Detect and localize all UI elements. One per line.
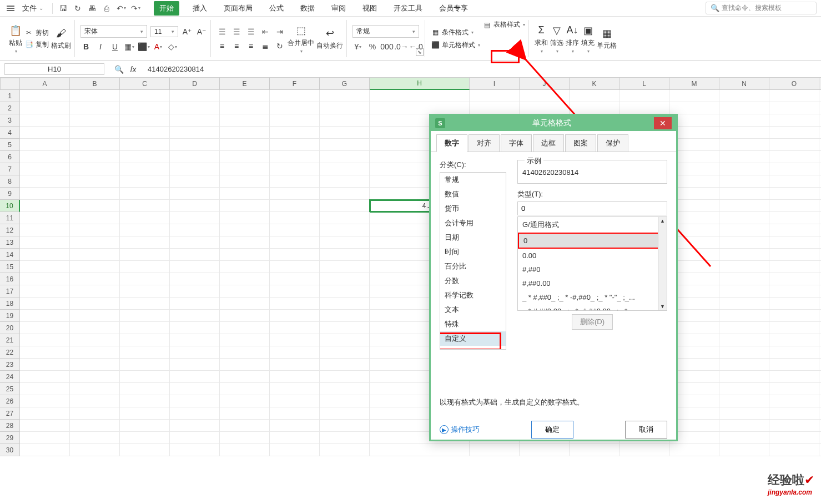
bold-icon[interactable]: B (80, 41, 92, 52)
dialog-close-button[interactable]: ✕ (654, 117, 672, 129)
cell-E23[interactable] (220, 359, 270, 371)
cell-C3[interactable] (120, 114, 170, 127)
cell-F29[interactable] (270, 432, 320, 444)
cell-E27[interactable] (220, 407, 270, 420)
cell-A24[interactable] (20, 371, 70, 383)
cell-style-button[interactable]: ⬛单元格样式 (431, 41, 480, 50)
cond-format-button[interactable]: ▦条件格式 (431, 28, 480, 37)
dlg-tab-number[interactable]: 数字 (436, 134, 467, 152)
cell-O7[interactable] (769, 163, 819, 175)
cell-D15[interactable] (170, 261, 220, 273)
cell-G15[interactable] (320, 261, 370, 273)
cell-E12[interactable] (220, 224, 270, 236)
cell-N17[interactable] (719, 285, 769, 298)
cell-B11[interactable] (70, 212, 120, 224)
cell-E25[interactable] (220, 383, 270, 395)
type-item-3[interactable]: #,##0 (518, 263, 667, 276)
cell-D13[interactable] (170, 236, 220, 249)
dlg-tab-pattern[interactable]: 图案 (565, 134, 596, 152)
cell-G28[interactable] (320, 420, 370, 432)
cat-accounting[interactable]: 会计专用 (440, 216, 506, 230)
cell-G8[interactable] (320, 175, 370, 188)
cell-E7[interactable] (220, 163, 270, 175)
cell-N22[interactable] (719, 346, 769, 359)
row-header-15[interactable]: 15 (0, 261, 20, 273)
undo-icon[interactable]: ↶ (116, 3, 126, 13)
cell-E18[interactable] (220, 298, 270, 310)
refresh-icon[interactable]: ↻ (73, 3, 83, 13)
file-menu[interactable]: 文件 (19, 2, 47, 14)
cell-A26[interactable] (20, 395, 70, 407)
row-header-5[interactable]: 5 (0, 139, 20, 151)
inc-decimal-icon[interactable]: .0→ (396, 41, 407, 52)
type-item-zero[interactable]: 0 (518, 233, 667, 249)
tab-insert[interactable]: 插入 (189, 1, 210, 16)
row-header-11[interactable]: 11 (0, 212, 20, 224)
col-header-K[interactable]: K (570, 78, 619, 90)
tab-layout[interactable]: 页面布局 (220, 1, 256, 16)
row-header-3[interactable]: 3 (0, 114, 20, 127)
cell-C6[interactable] (120, 151, 170, 163)
cell-N23[interactable] (719, 359, 769, 371)
cat-percent[interactable]: 百分比 (440, 259, 506, 274)
cell-C1[interactable] (120, 90, 170, 102)
row-header-12[interactable]: 12 (0, 224, 20, 236)
row-header-28[interactable]: 28 (0, 420, 20, 432)
cell-G7[interactable] (320, 163, 370, 175)
type-item-2[interactable]: 0.00 (518, 249, 667, 263)
cell-F25[interactable] (270, 383, 320, 395)
cell-F8[interactable] (270, 175, 320, 188)
tab-review[interactable]: 审阅 (328, 1, 349, 16)
cell-N8[interactable] (719, 175, 769, 188)
cell-G6[interactable] (320, 151, 370, 163)
cell-O15[interactable] (769, 261, 819, 273)
cell-D30[interactable] (170, 444, 220, 456)
cell-F2[interactable] (270, 102, 320, 114)
row-header-29[interactable]: 29 (0, 432, 20, 444)
cell-G2[interactable] (320, 102, 370, 114)
scroll-up-icon[interactable]: ▲ (660, 218, 665, 224)
cell-B14[interactable] (70, 249, 120, 261)
row-header-16[interactable]: 16 (0, 273, 20, 285)
dialog-titlebar[interactable]: S 单元格格式 ✕ (431, 115, 676, 131)
preview-icon[interactable]: ⎙ (102, 3, 112, 13)
cell-E10[interactable] (220, 200, 270, 212)
col-header-L[interactable]: L (619, 78, 669, 90)
cat-scientific[interactable]: 科学记数 (440, 288, 506, 303)
cells-button[interactable]: ▦单元格 (597, 27, 617, 51)
cell-F11[interactable] (270, 212, 320, 224)
cell-D20[interactable] (170, 322, 220, 334)
cell-G17[interactable] (320, 285, 370, 298)
row-header-24[interactable]: 24 (0, 371, 20, 383)
cell-J1[interactable] (520, 90, 570, 102)
align-top-icon[interactable]: ☰ (216, 26, 228, 37)
cell-O27[interactable] (769, 407, 819, 420)
cell-O5[interactable] (769, 139, 819, 151)
cell-O28[interactable] (769, 420, 819, 432)
cell-C14[interactable] (120, 249, 170, 261)
align-bot-icon[interactable]: ☰ (245, 26, 256, 37)
type-item-5[interactable]: _ * #,##0_ ;_ * -#,##0_ ;_ * "-"_ ;_... (518, 290, 667, 304)
cell-D14[interactable] (170, 249, 220, 261)
cat-fraction[interactable]: 分数 (440, 274, 506, 288)
cell-F12[interactable] (270, 224, 320, 236)
currency-icon[interactable]: ¥ (352, 41, 364, 52)
row-header-7[interactable]: 7 (0, 163, 20, 175)
cell-O3[interactable] (769, 114, 819, 127)
row-header-10[interactable]: 10 (0, 200, 20, 212)
cell-B9[interactable] (70, 188, 120, 200)
cell-G16[interactable] (320, 273, 370, 285)
cell-N3[interactable] (719, 114, 769, 127)
cell-O20[interactable] (769, 322, 819, 334)
cell-E14[interactable] (220, 249, 270, 261)
cell-H2[interactable] (370, 102, 470, 114)
dlg-tab-border[interactable]: 边框 (533, 134, 564, 152)
tab-vip[interactable]: 会员专享 (436, 1, 471, 16)
cell-C29[interactable] (120, 432, 170, 444)
cell-E4[interactable] (220, 127, 270, 139)
cell-A12[interactable] (20, 224, 70, 236)
cell-N10[interactable] (719, 200, 769, 212)
number-dialog-launcher[interactable]: ⬊ (416, 48, 424, 56)
align-justify-icon[interactable]: ≣ (260, 41, 271, 52)
indent-inc-icon[interactable]: ⇥ (274, 26, 285, 37)
